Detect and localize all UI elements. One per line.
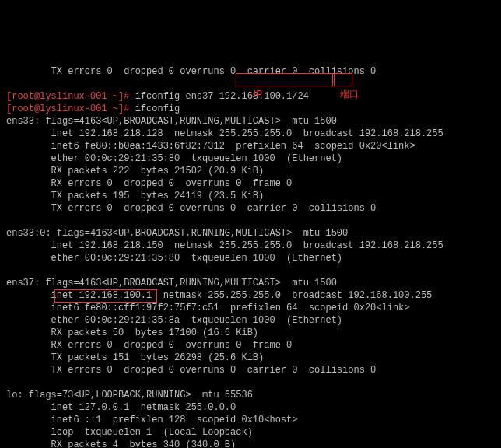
lo-header: lo: flags=73<UP,LOOPBACK,RUNNING> mtu 65… [6,390,253,401]
lo-inet: inet 127.0.0.1 netmask 255.0.0.0 [6,402,236,413]
ens33-tx-errors: TX errors 0 dropped 0 overruns 0 carrier… [6,203,376,214]
ens37-inet-pre [6,290,51,301]
ens33-ether: ether 00:0c:29:21:35:80 txqueuelen 1000 … [6,153,342,164]
ens37-ether: ether 00:0c:29:21:35:8a txqueuelen 1000 … [6,315,342,326]
shell-prompt: [root@lyslinux-001 ~]# [6,103,135,114]
lo-inet6: inet6 ::1 prefixlen 128 scopeid 0x10<hos… [6,415,297,425]
ens33-0-ether: ether 00:0c:29:21:35:80 txqueuelen 1000 … [6,253,342,264]
ens33-inet: inet 192.168.218.128 netmask 255.255.255… [6,128,443,139]
ens33-tx-packets: TX packets 195 bytes 24119 (23.5 KiB) [6,191,264,201]
shell-prompt: [root@lyslinux-001 ~]# [6,91,135,102]
ens33-inet6: inet6 fe80::b0ea:1433:6f82:7312 prefixle… [6,141,415,152]
ens37-tx-packets: TX packets 151 bytes 26298 (25.6 KiB) [6,352,264,363]
ens33-rx-packets: RX packets 222 bytes 21502 (20.9 KiB) [6,166,264,177]
ens33-header: ens33: flags=4163<UP,BROADCAST,RUNNING,M… [6,116,337,127]
annotation-label-port: 端口 [340,88,359,100]
ens33-rx-errors: RX errors 0 dropped 0 overruns 0 frame 0 [6,178,292,189]
terminal-output: TX errors 0 dropped 0 overruns 0 carrier… [6,53,495,448]
ens33-0-header: ens33:0: flags=4163<UP,BROADCAST,RUNNING… [6,228,348,239]
command-ifconfig: ifconfig [135,103,180,114]
command-ifconfig-set: ifconfig ens37 192.168.100.1/24 [135,91,309,102]
ens37-header: ens37: flags=4163<UP,BROADCAST,RUNNING,M… [6,278,337,289]
lo-loop: loop txqueuelen 1 (Local Loopback) [6,427,253,438]
ens37-tx-errors: TX errors 0 dropped 0 overruns 0 carrier… [6,365,376,376]
lo-rx-packets: RX packets 4 bytes 340 (340.0 B) [6,439,236,448]
ens37-rx-packets: RX packets 50 bytes 17100 (16.6 KiB) [6,327,258,338]
ens37-inet-highlight: inet 192.168.100.1 [51,290,152,301]
ens37-inet6: inet6 fe80::cff1:97f2:75f7:c51 prefixlen… [6,303,409,313]
ens37-inet-post: netmask 255.255.255.0 broadcast 192.168.… [152,290,432,301]
ens37-rx-errors: RX errors 0 dropped 0 overruns 0 frame 0 [6,340,292,351]
ens33-0-inet: inet 192.168.218.150 netmask 255.255.255… [6,240,443,251]
prev-output-tail: TX errors 0 dropped 0 overruns 0 carrier… [6,66,376,77]
